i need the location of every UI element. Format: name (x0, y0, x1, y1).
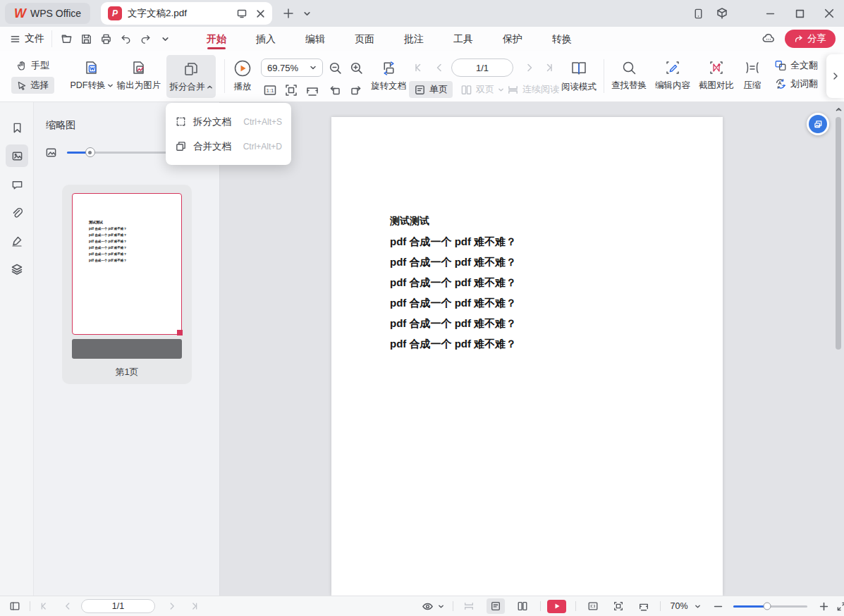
tab-window-icon[interactable] (236, 8, 247, 19)
thumbnail-resize-handle[interactable] (177, 330, 183, 335)
last-page-button[interactable] (540, 58, 558, 77)
edit-content-button[interactable]: 编辑内容 (652, 55, 694, 95)
hand-tool-button[interactable]: 手型 (11, 57, 54, 74)
fit-page-button[interactable] (282, 81, 300, 99)
sidebar-toggle-button[interactable] (6, 596, 24, 616)
thumb-size-slider-knob[interactable] (85, 147, 95, 157)
print-icon[interactable] (97, 30, 114, 47)
single-page-button[interactable]: 单页 (409, 81, 453, 98)
share-button[interactable]: 分享 (785, 30, 836, 48)
export-image-button[interactable]: 输出为图片 (113, 55, 165, 95)
layers-tab[interactable] (6, 258, 28, 281)
sb-actual-size-button[interactable] (584, 596, 602, 616)
sb-single-page-button[interactable] (487, 598, 505, 614)
pdf-page[interactable]: 测试测试 pdf 合成一个 pdf 难不难？ pdf 合成一个 pdf 难不难？… (331, 117, 723, 596)
merge-doc-menuitem[interactable]: 合并文档 Ctrl+Alt+D (166, 134, 291, 159)
scroll-up-button[interactable] (834, 104, 843, 114)
view-eye-chevron-icon[interactable] (436, 596, 446, 616)
split-merge-button[interactable]: 拆分合并 (166, 55, 216, 98)
zoom-select[interactable]: 69.75% (261, 58, 323, 77)
find-replace-button[interactable]: 查找替换 (608, 55, 650, 95)
sb-prev-page-button[interactable] (59, 596, 76, 616)
double-page-button[interactable]: 双页 (455, 81, 509, 98)
maximize-button[interactable] (785, 1, 814, 25)
next-page-button[interactable] (520, 58, 539, 77)
close-button[interactable] (814, 1, 844, 25)
comment-tab[interactable] (6, 173, 28, 196)
sb-zoom-slider[interactable] (733, 605, 807, 608)
compress-button[interactable]: 压缩 (738, 55, 767, 95)
toolbar-expand-button[interactable] (826, 54, 844, 98)
word-translate-button[interactable]: 划词翻 (773, 76, 822, 92)
first-page-button[interactable] (409, 58, 427, 77)
minimize-button[interactable] (755, 1, 785, 25)
sb-double-page-button[interactable] (513, 596, 532, 616)
app-menu-chip[interactable]: W WPS Office (5, 3, 90, 24)
tab-convert[interactable]: 转换 (537, 27, 587, 51)
screenshot-compare-label: 截图对比 (699, 80, 734, 92)
sb-first-page-button[interactable] (35, 596, 52, 616)
new-tab-button[interactable] (279, 4, 298, 23)
sb-slideshow-button[interactable] (547, 600, 566, 613)
phone-sync-icon[interactable] (686, 1, 710, 25)
vertical-scrollbar[interactable] (834, 104, 843, 593)
pdf-convert-button[interactable]: PDF转换 (69, 55, 114, 95)
sb-page-input[interactable]: 1/1 (81, 599, 155, 613)
document-tab[interactable]: P 文字文稿2.pdf (101, 2, 272, 25)
continuous-read-button[interactable]: 连续阅读 (502, 81, 564, 98)
document-canvas[interactable]: 测试测试 pdf 合成一个 pdf 难不难？ pdf 合成一个 pdf 难不难？… (220, 102, 844, 596)
scrollbar-thumb[interactable] (836, 117, 841, 350)
screenshot-compare-button[interactable]: 截图对比 (695, 55, 738, 95)
sb-zoom-percent[interactable]: 70% (667, 596, 691, 616)
sb-zoom-slider-knob[interactable] (764, 603, 771, 610)
open-icon[interactable] (58, 30, 75, 47)
sb-fit-page-button[interactable] (609, 596, 628, 616)
sb-zoom-out-button[interactable] (711, 596, 725, 616)
sb-next-page-button[interactable] (164, 596, 181, 616)
tab-page[interactable]: 页面 (340, 27, 389, 51)
tab-list-chevron-icon[interactable] (298, 4, 316, 23)
sb-zoom-in-button[interactable] (817, 596, 831, 616)
page-input[interactable]: 1/1 (451, 58, 513, 77)
float-export-image-button[interactable] (807, 113, 829, 135)
sb-fit-width-button[interactable] (635, 596, 653, 616)
page-thumbnail[interactable]: 测试测试 pdf 合成一个 pdf 难不难？ pdf 合成一个 pdf 难不难？… (72, 193, 182, 335)
sb-last-page-button[interactable] (186, 596, 203, 616)
redo-icon[interactable] (137, 30, 154, 47)
sb-zoom-chevron-icon[interactable] (692, 596, 702, 616)
full-translate-button[interactable]: 全文翻 (773, 58, 822, 73)
view-eye-button[interactable] (419, 596, 436, 616)
cube-workspace-icon[interactable] (710, 1, 734, 25)
rotate-right-button[interactable] (347, 81, 365, 99)
actual-size-button[interactable]: 1:1 (261, 81, 279, 99)
page-thumbnail-card[interactable]: 测试测试 pdf 合成一个 pdf 难不难？ pdf 合成一个 pdf 难不难？… (62, 185, 192, 384)
cloud-more-icon[interactable] (759, 30, 778, 48)
play-button[interactable]: 播放 (227, 55, 258, 97)
thumbnail-tab[interactable] (6, 144, 28, 167)
undo-icon[interactable] (117, 30, 134, 47)
select-tool-button[interactable]: 选择 (11, 77, 54, 94)
tab-tools[interactable]: 工具 (439, 27, 488, 51)
signature-tab[interactable] (6, 230, 28, 252)
tab-close-icon[interactable] (256, 9, 265, 18)
read-mode-button[interactable]: 阅读模式 (558, 55, 599, 97)
zoom-out-button[interactable] (326, 58, 344, 77)
file-menu[interactable]: 文件 (0, 32, 51, 45)
attachment-tab[interactable] (6, 202, 28, 224)
fit-width-button[interactable] (303, 81, 322, 99)
prev-page-button[interactable] (430, 58, 448, 77)
rotate-doc-button[interactable]: 旋转文档 (368, 55, 409, 96)
rotate-left-button[interactable] (326, 81, 344, 99)
tab-home[interactable]: 开始 (192, 27, 241, 51)
tab-insert[interactable]: 插入 (241, 27, 290, 51)
save-icon[interactable] (78, 30, 94, 47)
sb-fullscreen-button[interactable] (833, 596, 844, 616)
sb-continuous-button[interactable] (460, 596, 478, 616)
bookmark-tab[interactable] (6, 116, 28, 139)
quickbar-chevron-icon[interactable] (157, 30, 173, 47)
zoom-in-button[interactable] (347, 58, 365, 77)
split-doc-menuitem[interactable]: 拆分文档 Ctrl+Alt+S (166, 109, 291, 134)
tab-protect[interactable]: 保护 (488, 27, 537, 51)
tab-annotate[interactable]: 批注 (389, 27, 439, 51)
tab-edit[interactable]: 编辑 (290, 27, 340, 51)
